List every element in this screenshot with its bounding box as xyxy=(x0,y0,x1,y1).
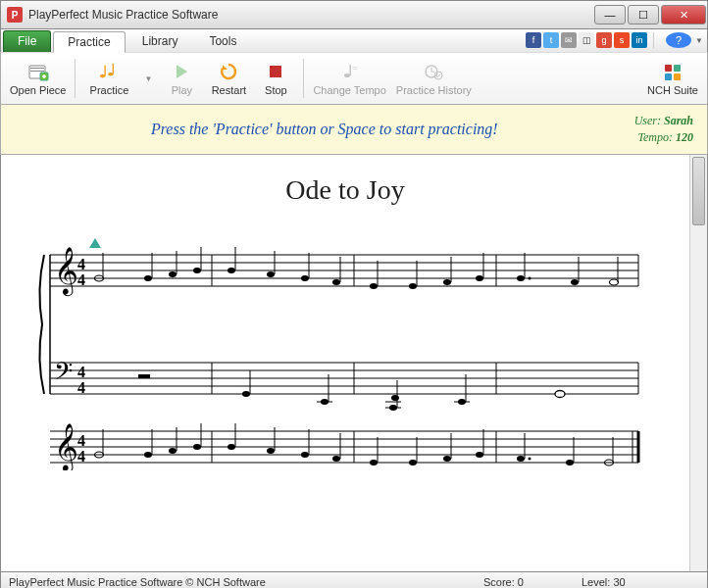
svg-rect-17 xyxy=(674,74,681,80)
stop-icon xyxy=(265,61,286,82)
svg-point-45 xyxy=(144,275,152,281)
svg-point-118 xyxy=(370,460,378,466)
close-button[interactable]: ✕ xyxy=(661,5,706,24)
svg-rect-1 xyxy=(30,68,44,69)
svg-point-70 xyxy=(571,279,579,285)
play-button[interactable]: Play xyxy=(158,55,205,102)
minimize-button[interactable]: — xyxy=(594,5,626,24)
google-plus-icon[interactable]: g xyxy=(596,32,612,48)
position-marker-icon xyxy=(89,238,101,248)
linkedin-icon[interactable]: in xyxy=(632,32,647,48)
practice-icon xyxy=(98,61,120,82)
tempo-value: 120 xyxy=(676,130,693,144)
scrollbar-thumb[interactable] xyxy=(692,157,705,225)
menu-tools[interactable]: Tools xyxy=(194,30,251,52)
open-piece-button[interactable]: Open Piece xyxy=(5,55,71,102)
svg-point-72 xyxy=(610,279,619,285)
separator xyxy=(75,59,76,98)
stop-button[interactable]: Stop xyxy=(252,55,299,102)
svg-text:4: 4 xyxy=(77,271,85,288)
svg-point-112 xyxy=(267,448,275,454)
status-score: Score: 0 xyxy=(483,576,582,588)
user-label: User: xyxy=(634,114,661,127)
change-tempo-button[interactable]: = Change Tempo xyxy=(308,55,390,102)
play-icon xyxy=(171,61,192,82)
nch-suite-icon xyxy=(662,61,683,82)
svg-rect-7 xyxy=(113,64,114,74)
svg-point-129 xyxy=(566,460,574,466)
svg-point-55 xyxy=(301,275,309,281)
help-dropdown-icon[interactable]: ▼ xyxy=(695,36,703,45)
svg-rect-16 xyxy=(665,74,672,80)
svg-point-88 xyxy=(555,390,565,397)
svg-rect-74 xyxy=(138,374,150,378)
content-area: Ode to Joy xyxy=(0,155,708,571)
nch-suite-label: NCH Suite xyxy=(647,84,698,96)
svg-rect-10 xyxy=(349,65,351,75)
svg-point-65 xyxy=(476,275,483,281)
status-bar: PlayPerfect Music Practice Software © NC… xyxy=(0,571,708,588)
stumbleupon-icon[interactable]: s xyxy=(614,32,630,48)
svg-point-63 xyxy=(443,279,451,285)
svg-point-126 xyxy=(517,456,525,462)
svg-rect-8 xyxy=(270,66,281,77)
svg-text:4: 4 xyxy=(77,432,85,449)
piece-title: Ode to Joy xyxy=(30,174,660,206)
stop-label: Stop xyxy=(265,84,287,96)
svg-point-51 xyxy=(228,268,235,273)
open-piece-icon xyxy=(27,61,49,82)
svg-point-49 xyxy=(193,268,201,273)
user-value: Sarah xyxy=(664,114,693,127)
svg-text:=: = xyxy=(353,64,358,73)
practice-button[interactable]: Practice xyxy=(79,55,138,102)
svg-point-106 xyxy=(169,448,177,454)
svg-point-110 xyxy=(228,444,235,450)
maximize-button[interactable]: ☐ xyxy=(628,5,659,24)
change-tempo-label: Change Tempo xyxy=(313,84,385,96)
window-titlebar: P PlayPerfect Music Practice Software — … xyxy=(0,0,708,29)
window-controls: — ☐ ✕ xyxy=(593,5,707,24)
svg-point-59 xyxy=(370,283,378,289)
mail-icon[interactable]: ✉ xyxy=(561,32,577,48)
practice-history-button[interactable]: Practice History xyxy=(391,55,477,102)
restart-icon xyxy=(218,61,239,82)
play-label: Play xyxy=(172,84,192,96)
toolbar: Open Piece Practice ▼ Play Restart Stop … xyxy=(0,52,708,105)
practice-dropdown-icon[interactable]: ▼ xyxy=(138,74,158,83)
share-icon[interactable]: ◫ xyxy=(579,32,594,48)
facebook-icon[interactable]: f xyxy=(526,32,541,48)
separator xyxy=(653,32,654,48)
level-label: Level: xyxy=(582,576,610,588)
svg-rect-15 xyxy=(674,65,681,72)
svg-text:4: 4 xyxy=(77,448,85,465)
level-value: 30 xyxy=(613,576,625,588)
svg-text:4: 4 xyxy=(77,364,85,380)
nch-suite-button[interactable]: NCH Suite xyxy=(642,55,703,102)
menu-practice[interactable]: Practice xyxy=(53,31,125,53)
svg-text:𝄢: 𝄢 xyxy=(54,358,73,390)
twitter-icon[interactable]: t xyxy=(543,32,559,48)
restart-button[interactable]: Restart xyxy=(205,55,252,102)
banner-user-info: User: Sarah Tempo: 120 xyxy=(634,113,693,146)
sheet-music-panel[interactable]: Ode to Joy xyxy=(1,155,689,571)
practice-label: Practice xyxy=(90,84,129,96)
open-piece-label: Open Piece xyxy=(10,84,66,96)
practice-history-label: Practice History xyxy=(396,84,472,96)
svg-point-114 xyxy=(301,452,309,458)
staff-system-1: 𝄞 𝄢 4 4 4 4 xyxy=(30,235,648,412)
svg-point-47 xyxy=(169,271,177,277)
banner-message: Press the 'Practice' button or Space to … xyxy=(15,121,634,138)
svg-point-108 xyxy=(193,444,201,450)
svg-point-124 xyxy=(476,452,483,458)
svg-text:4: 4 xyxy=(77,379,85,396)
vertical-scrollbar[interactable] xyxy=(689,155,707,571)
status-product: PlayPerfect Music Practice Software © NC… xyxy=(9,576,483,588)
info-banner: Press the 'Practice' button or Space to … xyxy=(0,105,708,155)
svg-point-69 xyxy=(529,276,531,279)
svg-text:4: 4 xyxy=(77,256,85,272)
menu-file[interactable]: File xyxy=(3,30,51,52)
menu-library[interactable]: Library xyxy=(127,30,193,52)
svg-rect-14 xyxy=(665,65,672,72)
help-icon[interactable]: ? xyxy=(666,32,691,48)
svg-point-67 xyxy=(517,275,525,281)
